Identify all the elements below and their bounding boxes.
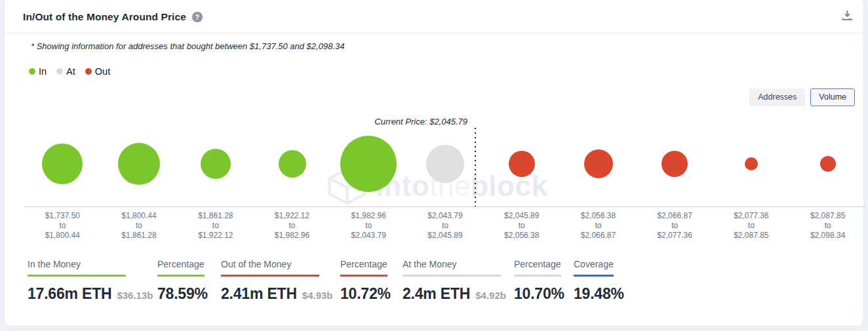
bubble-in-bucket-5[interactable] [340, 136, 397, 192]
stat-value: 17.66m ETH [28, 285, 111, 303]
stat-percentage: Percentage 78.59% [157, 259, 221, 303]
bubble-at-bucket-6[interactable] [426, 145, 464, 183]
stat-at-the-money: At the Money 2.4m ETH $4.92b [403, 259, 514, 303]
stat-value: 10.72% [340, 285, 391, 303]
stat-percentage: Percentage 10.72% [340, 259, 403, 303]
addresses-button[interactable]: Addresses [749, 88, 805, 106]
x-axis-label-bucket-11: $2,087.85to$2,098.34 [789, 211, 866, 241]
x-axis-label-bucket-7: $2,045.89to$2,056.38 [483, 211, 560, 241]
question-mark-icon[interactable]: ? [192, 12, 203, 22]
legend-label-out: Out [95, 66, 110, 77]
x-axis-label-bucket-8: $2,056.38to$2,066.87 [560, 211, 637, 241]
out-dot-icon [85, 68, 92, 75]
stat-value: 2.41m ETH [221, 285, 297, 303]
bubble-out-bucket-10[interactable] [745, 157, 758, 170]
stat-label: At the Money [403, 259, 501, 277]
download-icon[interactable] [842, 10, 853, 24]
legend-label-in: In [39, 66, 47, 77]
legend: In At Out [29, 66, 110, 77]
current-price-label: Current Price: $2,045.79 [24, 117, 467, 127]
x-axis-label-bucket-10: $2,077.36to$2,087.85 [713, 211, 790, 241]
bought-between-note: * Showing information for addresses that… [31, 41, 344, 51]
stat-label: Percentage [340, 259, 387, 277]
x-axis-label-bucket-5: $1,982.96to$2,043.79 [330, 211, 407, 241]
bubble-chart: intotheblock Current Price: $2,045.79 $1… [24, 115, 866, 241]
addresses-volume-toggle: Addresses Volume [749, 88, 855, 106]
stat-coverage: Coverage 19.48% [574, 259, 624, 303]
bubble-out-bucket-9[interactable] [661, 151, 688, 177]
stat-sub-value: $4.93b [302, 290, 333, 301]
summary-stats: In the Money 17.66m ETH $36.13b Percenta… [28, 259, 624, 303]
bubble-in-bucket-4[interactable] [279, 150, 306, 178]
x-axis-label-bucket-6: $2,043.79to$2,045.89 [407, 211, 484, 241]
stat-label: In the Money [28, 259, 126, 277]
stat-in-the-money: In the Money 17.66m ETH $36.13b [28, 259, 157, 303]
stat-value: 2.4m ETH [403, 285, 470, 303]
x-axis-label-bucket-3: $1,861.28to$1,922.12 [178, 211, 254, 241]
legend-item-in[interactable]: In [29, 66, 47, 77]
bubble-in-bucket-1[interactable] [42, 144, 83, 184]
stat-percentage: Percentage 10.70% [514, 259, 574, 303]
legend-item-out[interactable]: Out [85, 66, 110, 77]
x-axis-line [24, 206, 866, 207]
x-axis-label-bucket-1: $1,737.50to$1,800.44 [24, 211, 101, 241]
stat-value: 78.59% [157, 285, 208, 303]
widget-title: In/Out of the Money Around Price [23, 11, 186, 23]
stat-value: 10.70% [514, 285, 564, 303]
bubble-out-bucket-8[interactable] [584, 149, 613, 178]
legend-item-at[interactable]: At [56, 66, 75, 77]
stat-label: Percentage [157, 259, 205, 277]
volume-button[interactable]: Volume [810, 88, 855, 106]
bubble-in-bucket-2[interactable] [118, 143, 160, 185]
stat-label: Coverage [574, 259, 614, 277]
stat-sub-value: $4.92b [475, 290, 506, 301]
legend-label-at: At [66, 66, 75, 77]
x-axis-label-bucket-4: $1,922.12to$1,982.96 [254, 211, 330, 241]
x-axis-label-bucket-9: $2,066.87to$2,077.36 [637, 211, 713, 241]
stat-label: Percentage [514, 259, 561, 277]
bubble-out-bucket-7[interactable] [509, 151, 535, 177]
stat-out-of-the-money: Out of the Money 2.41m ETH $4.93b [221, 259, 340, 303]
bubble-out-bucket-11[interactable] [820, 156, 836, 172]
current-price-dotted-line [475, 128, 476, 206]
stat-sub-value: $36.13b [117, 290, 153, 301]
widget-header: In/Out of the Money Around Price ? [5, 0, 863, 33]
stat-value: 19.48% [574, 285, 624, 303]
in-dot-icon [29, 68, 35, 75]
in-out-of-the-money-widget: In/Out of the Money Around Price ? * Sho… [4, 0, 864, 326]
x-axis-label-bucket-2: $1,800.44to$1,861.28 [101, 211, 178, 241]
at-dot-icon [56, 68, 63, 75]
bubble-in-bucket-3[interactable] [201, 149, 231, 179]
stat-label: Out of the Money [221, 259, 319, 277]
